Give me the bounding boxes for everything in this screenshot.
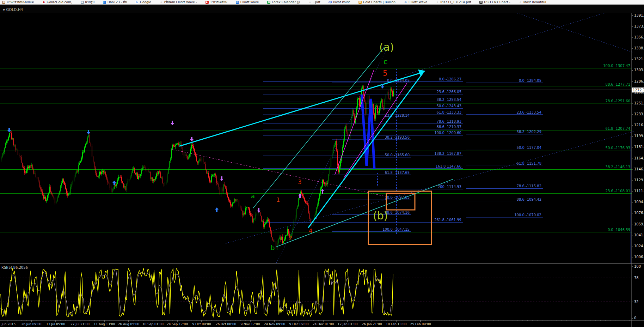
candle-body: [367, 103, 367, 114]
wave-label: 3: [298, 178, 302, 186]
price-axis-label: 1286.: [634, 79, 644, 83]
candle-body: [28, 167, 29, 168]
candle-body: [57, 197, 57, 201]
candle-body: [392, 91, 393, 96]
candle-body: [275, 241, 275, 242]
candle-body: [48, 193, 49, 195]
candle-body: [226, 189, 227, 194]
candle-body: [293, 229, 293, 234]
wave-label: 5: [383, 69, 387, 78]
candle-body: [100, 172, 101, 174]
down-arrow-icon: [220, 176, 223, 181]
bookmark-item[interactable]: ▥USD CNY Chart -: [479, 0, 510, 4]
candle-body: [316, 207, 317, 213]
magenta-channel-2[interactable]: [344, 83, 407, 178]
fib-right-label: 50.0 -1177.04: [517, 146, 541, 150]
candle-body: [40, 187, 41, 189]
candle-body: [96, 173, 97, 176]
candle-body: [376, 106, 377, 107]
candle-body: [85, 144, 86, 147]
candle-body: [134, 168, 135, 173]
bookmark-item[interactable]: ▦Forex Calendar @: [267, 0, 300, 4]
candle-body: [386, 95, 386, 99]
down-arrow-icon: [171, 121, 174, 125]
candle-body: [225, 186, 226, 189]
bookmark-label: USD CNY Chart -: [484, 0, 510, 4]
candle-body: [228, 197, 229, 200]
bookmark-item[interactable]: ▣ฝากรูป: [81, 0, 94, 4]
bookmark-item[interactable]: GGoogle: [135, 0, 151, 4]
bookmark-item[interactable]: ☆..pdf: [308, 0, 320, 4]
candle-body: [91, 143, 91, 146]
candle-body: [21, 157, 22, 163]
lower-support[interactable]: [276, 179, 453, 247]
candle-body: [121, 177, 122, 182]
candle-body: [322, 180, 323, 187]
candle-body: [16, 145, 16, 150]
chart-canvas[interactable]: 100.0 -1307.4788.6 -1277.7178.6 -1251.60…: [0, 0, 644, 327]
candle-body: [309, 213, 310, 219]
candle-body: [111, 188, 111, 192]
price-axis-label: 1251.: [634, 101, 644, 105]
candle-body: [58, 195, 59, 198]
fib-right-label: 88.6 -1094.42: [517, 198, 541, 201]
candle-body: [237, 199, 237, 201]
candle-body: [84, 147, 85, 152]
candle-body: [37, 177, 37, 177]
candle-body: [205, 164, 206, 170]
candle-body: [7, 140, 8, 141]
candle-body: [368, 96, 368, 103]
bookmark-item[interactable]: ☆Most Beautiful: [519, 0, 546, 4]
bookmark-item[interactable]: ☆Iris733_131214.pdf: [436, 0, 471, 4]
fib-center-label: 50.0 -1243.43: [437, 104, 461, 108]
steep-support[interactable]: [308, 73, 423, 228]
candle-body: [362, 86, 363, 89]
bookmark-item[interactable]: ☆เรียนลัด Elliott Wave -: [160, 0, 197, 4]
collapse-triangle-icon[interactable]: ▼: [3, 8, 5, 12]
candle-body: [75, 173, 75, 177]
bookmark-item[interactable]: ●Gold2Gold.com,: [42, 0, 72, 4]
candle-body: [113, 189, 114, 189]
main-uptrend-arrow[interactable]: [180, 73, 422, 146]
bookmark-label: อ่านกราฟทองสปอต: [7, 0, 34, 4]
time-axis-label: 26 Oct 00:00: [216, 322, 237, 326]
bookmark-item[interactable]: ▦อ่านกราฟทองสปอต: [2, 0, 34, 4]
candle-body: [241, 208, 241, 211]
fib-right-label: 78.6 -1115.82: [517, 184, 541, 188]
bookmark-item[interactable]: ▥Elliott wave: [236, 0, 259, 4]
candle-body: [250, 213, 251, 216]
candle-body: [142, 168, 143, 170]
candle-body: [131, 173, 131, 176]
candle-body: [380, 103, 381, 108]
candle-body: [277, 243, 277, 248]
bookmarks-bar: ▦อ่านกราฟทองสปอต●Gold2Gold.com,▣ฝากรูป▍H…: [0, 0, 644, 5]
bookmark-item[interactable]: 2|1Pivot Point: [329, 0, 350, 4]
candle-body: [381, 99, 382, 103]
bookmark-item[interactable]: ▍Hao123 - ทีย: [103, 0, 127, 4]
candle-body: [129, 179, 129, 181]
candle-body: [104, 172, 105, 172]
bookmark-item[interactable]: ◍Elliott Wave: [404, 0, 427, 4]
wave-label: b: [271, 244, 275, 252]
chart-symbol-title[interactable]: ▼GOLD,H4: [3, 8, 23, 12]
candle-body: [11, 133, 12, 139]
candle-body: [178, 143, 179, 145]
candle-body: [211, 176, 212, 182]
candle-body: [36, 173, 36, 177]
candle-body: [390, 89, 391, 99]
candle-body: [74, 177, 74, 181]
bookmark-item[interactable]: ▤Gold Charts | Bullion: [358, 0, 395, 4]
candle-body: [160, 172, 161, 177]
candle-body: [353, 110, 354, 115]
bookmark-item[interactable]: ▶1:การเตรียม: [206, 0, 227, 4]
candle-body: [377, 106, 378, 113]
candle-body: [149, 172, 149, 172]
candle-body: [60, 186, 61, 191]
candle-body: [138, 176, 139, 179]
candle-body: [343, 141, 344, 147]
candle-body: [55, 198, 55, 203]
candle-body: [72, 184, 72, 187]
time-axis-label: 10 Sep 01:00: [142, 322, 164, 326]
candle-body: [185, 155, 185, 156]
candle-body: [378, 113, 379, 113]
